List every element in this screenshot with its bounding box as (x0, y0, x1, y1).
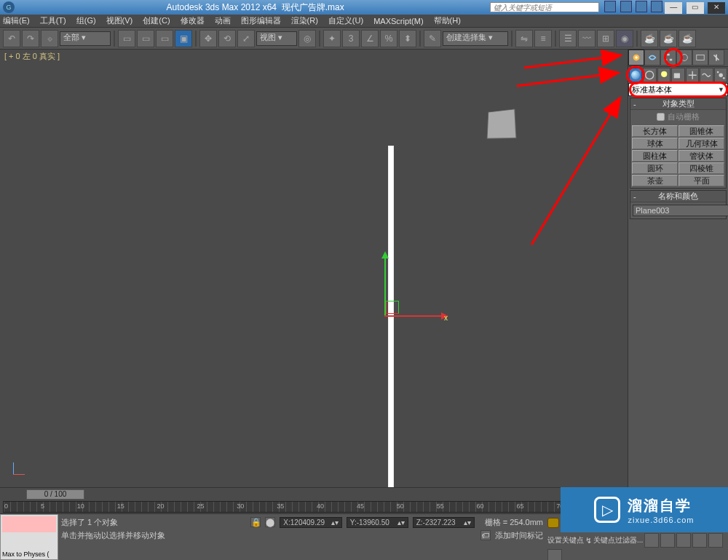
torus-button[interactable]: 圆环 (632, 162, 678, 174)
select-icon[interactable]: ▭ (118, 30, 135, 47)
spinner-snap-icon[interactable]: ⬍ (399, 30, 416, 47)
menu-help[interactable]: 帮助(H) (434, 15, 461, 26)
infocenter-icon[interactable] (604, 1, 616, 12)
material-editor-icon[interactable]: ◉ (616, 30, 633, 47)
setkey-button[interactable]: 设置关键点 (547, 535, 584, 545)
maxscript-listener[interactable]: Max to Physes ( (0, 514, 58, 560)
menu-maxscript[interactable]: MAXScript(M) (373, 17, 423, 25)
named-selection-dropdown[interactable]: 创建选择集 ▾ (443, 31, 508, 46)
teapot-button[interactable]: 茶壶 (632, 175, 678, 186)
menu-graph-editors[interactable]: 图形编辑器 (241, 15, 281, 26)
systems-tab[interactable] (714, 68, 727, 82)
isolate-icon[interactable]: ⬤ (265, 517, 275, 527)
subscription-icon[interactable] (620, 1, 632, 12)
minimize-button[interactable]: — (665, 2, 682, 14)
cylinder-button[interactable]: 圆柱体 (632, 150, 678, 162)
viewcube[interactable] (480, 103, 520, 143)
time-tag-icon[interactable]: 🏷 (480, 530, 491, 540)
x-coord-field[interactable]: X:▴▾ (280, 517, 341, 528)
menu-rendering[interactable]: 渲染(R) (291, 15, 318, 26)
modify-tab[interactable] (644, 50, 660, 66)
pan-icon[interactable] (644, 533, 659, 548)
schematic-icon[interactable]: ⊞ (597, 30, 614, 47)
zoom-icon[interactable] (676, 533, 691, 548)
scale-icon[interactable]: ⤢ (237, 30, 255, 47)
menu-create[interactable]: 创建(C) (143, 15, 170, 26)
key-mode-icon[interactable] (547, 518, 559, 528)
menu-animation[interactable]: 动画 (215, 15, 231, 26)
rect-region-icon[interactable]: ▭ (156, 30, 173, 47)
selected-plane-object[interactable] (388, 146, 394, 502)
help-icon[interactable] (651, 1, 662, 12)
z-coord-field[interactable]: Z:▴▾ (413, 517, 475, 528)
mirror-icon[interactable]: ⇋ (515, 30, 533, 47)
render-frame-icon[interactable]: ☕ (660, 30, 677, 47)
selection-lock-icon[interactable]: 🔒 (250, 517, 261, 527)
helpers-tab[interactable] (686, 68, 699, 82)
render-setup-icon[interactable]: ☕ (641, 30, 658, 47)
select-name-icon[interactable]: ▭ (137, 30, 154, 47)
manip-icon[interactable]: ✦ (323, 30, 341, 47)
close-button[interactable]: ✕ (708, 2, 725, 14)
autogrid-checkbox[interactable]: 自动栅格 (630, 110, 726, 124)
menu-edit[interactable]: 编辑(E) (3, 15, 30, 26)
pyramid-button[interactable]: 四棱锥 (678, 162, 724, 174)
viewport[interactable]: [ + 0 左 0 真实 ] x (0, 50, 628, 487)
create-tab[interactable] (628, 50, 644, 66)
gizmo-xy-plane-icon[interactable] (386, 301, 399, 314)
zoom-extents-icon[interactable] (692, 533, 707, 548)
svg-point-11 (716, 71, 719, 74)
viewcube-face[interactable] (487, 109, 517, 138)
fov-icon[interactable] (708, 533, 723, 548)
favorites-icon[interactable] (636, 1, 647, 12)
edit-sel-set-icon[interactable]: ✎ (424, 30, 441, 47)
shapes-tab[interactable] (643, 68, 656, 82)
cameras-tab[interactable] (671, 68, 684, 82)
geosphere-button[interactable]: 几何球体 (678, 138, 724, 149)
display-tab[interactable] (692, 50, 708, 66)
redo-icon[interactable]: ↷ (22, 30, 39, 47)
cone-button[interactable]: 圆锥体 (678, 125, 724, 137)
time-slider-thumb[interactable]: 0 / 100 (26, 489, 84, 500)
spacewarps-tab[interactable] (700, 68, 713, 82)
menu-tools[interactable]: 工具(T) (40, 15, 66, 26)
key-filters-button[interactable]: 关键点过滤器... (593, 535, 643, 545)
key-filters-icon[interactable]: ↯ (585, 536, 592, 545)
menu-views[interactable]: 视图(V) (106, 15, 133, 26)
window-crossing-icon[interactable]: ▣ (175, 30, 192, 47)
pivot-icon[interactable]: ◎ (298, 30, 316, 47)
plane-button[interactable]: 平面 (678, 175, 724, 186)
maximize-button[interactable]: ▭ (687, 2, 704, 14)
viewport-label[interactable]: [ + 0 左 0 真实 ] (4, 51, 60, 62)
rotate-icon[interactable]: ⟲ (218, 30, 236, 47)
move-icon[interactable]: ✥ (199, 30, 217, 47)
snap-icon[interactable]: 3 (342, 30, 360, 47)
utilities-tab[interactable] (708, 50, 724, 66)
menu-group[interactable]: 组(G) (76, 15, 96, 26)
ref-coord-dropdown[interactable]: 视图 ▾ (256, 31, 297, 46)
render-icon[interactable]: ☕ (678, 30, 696, 47)
align-icon[interactable]: ≡ (534, 30, 552, 47)
add-time-tag-button[interactable]: 添加时间标记 (495, 530, 543, 541)
sphere-button[interactable]: 球体 (632, 138, 678, 149)
rollout-header-name-color[interactable]: -名称和颜色 (630, 191, 726, 202)
lights-tab[interactable] (657, 68, 670, 82)
menu-customize[interactable]: 自定义(U) (328, 15, 363, 26)
y-coord-field[interactable]: Y:▴▾ (347, 517, 408, 528)
link-icon[interactable]: ⟐ (41, 30, 58, 47)
help-search-input[interactable] (490, 2, 599, 12)
percent-snap-icon[interactable]: % (380, 30, 397, 47)
object-name-field[interactable] (633, 205, 728, 216)
rollout-header-object-type[interactable]: -对象类型 (630, 98, 726, 110)
layers-icon[interactable]: ☰ (559, 30, 577, 47)
max-viewport-icon[interactable] (547, 549, 562, 560)
undo-icon[interactable]: ↶ (3, 30, 20, 47)
curve-editor-icon[interactable]: 〰 (578, 30, 596, 47)
tube-button[interactable]: 管状体 (678, 150, 724, 162)
angle-snap-icon[interactable]: ∠ (361, 30, 379, 47)
box-button[interactable]: 长方体 (632, 125, 678, 137)
orbit-icon[interactable] (660, 533, 675, 548)
gizmo-x-axis-icon[interactable] (384, 315, 443, 317)
menu-modifiers[interactable]: 修改器 (181, 15, 205, 26)
selection-filter-dropdown[interactable]: 全部 ▾ (60, 31, 111, 46)
